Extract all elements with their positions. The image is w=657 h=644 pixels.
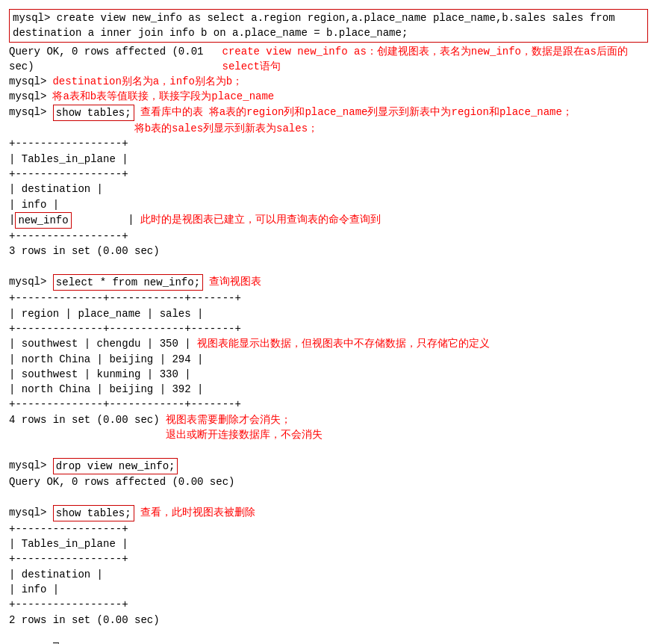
separator-1: +-----------------+: [9, 136, 648, 151]
annotation-select: 查询视图表: [209, 274, 261, 289]
rows-4: 4 rows in set (0.00 sec): [9, 412, 160, 427]
sep2-1: +-----------------+: [9, 521, 648, 536]
annotation-show: 查看库中的表: [140, 105, 203, 120]
drop-cmd[interactable]: drop view new_info;: [53, 458, 178, 474]
show-tables-prompt: mysql>: [9, 105, 46, 120]
annotation-create-4: 将a表的region列和place_name列显示到新表中为region和pla…: [209, 105, 573, 120]
annotation-drop-2: 退出或断开连接数据库，不会消失: [166, 427, 323, 442]
separator-2: +-----------------+: [9, 167, 648, 182]
query-ok-2-row: Query OK, 0 rows affected (0.00 sec): [9, 474, 648, 489]
row-destination: | destination |: [9, 182, 648, 196]
mysql-empty-1: mysql>: [9, 74, 46, 89]
sep2-2: +-----------------+: [9, 551, 648, 566]
annotation-new-info: 此时的是视图表已建立，可以用查询表的命令查询到: [140, 212, 381, 227]
header-select-row: | region | place_name | sales |: [9, 306, 648, 321]
annotation-create-4-row: mysql> show tables; 将b表的sales列显示到新表为sale…: [9, 121, 648, 136]
annotation-view: 视图表能显示出数据，但视图表中不存储数据，只存储它的定义: [197, 336, 490, 351]
query-ok-text-1: Query OK, 0 rows affected (0.01 sec): [9, 44, 217, 75]
annotation-show2: 查看，此时视图表被删除: [140, 505, 255, 520]
row-info: | info |: [9, 197, 648, 212]
annotation-create-2: destination别名为a，info别名为b；: [52, 74, 243, 89]
create-view-line1: mysql> create view new_info as select a.…: [13, 12, 615, 24]
row2-info: | info |: [9, 582, 648, 597]
header-tables-row: | Tables_in_plane |: [9, 152, 648, 167]
annotation-create-3: 将a表和b表等值联接，联接字段为place_name: [52, 89, 274, 104]
create-view-line2: destination a inner join info b on a.pla…: [13, 27, 408, 39]
row-s2: | north China | beijing | 294 |: [9, 352, 648, 367]
show2-cmd[interactable]: show tables;: [53, 505, 134, 521]
row-s3: | southwest | kunming | 330 |: [9, 367, 648, 382]
select-cmd[interactable]: select * from new_info;: [53, 274, 203, 291]
rows-3: 3 rows in set (0.00 sec): [9, 244, 648, 258]
separator-3: +-----------------+: [9, 229, 648, 244]
annotation-drop-2-row: 4 rows in set (0.00 sec) 退出或断开连接数据库，不会消失: [9, 427, 648, 442]
query-ok-2: Query OK, 0 rows affected (0.00 sec): [9, 476, 234, 488]
show2-row: mysql> show tables; 查看，此时视图表被删除: [9, 505, 648, 521]
create-view-command-box: mysql> create view new_info as select a.…: [9, 9, 648, 43]
annotation-create-1: create view new_info as：创建视图表，表名为new_inf…: [222, 44, 648, 75]
sep-select-1: +--------------+------------+-------+: [9, 291, 648, 306]
sep-select-3: +--------------+------------+-------+: [9, 397, 648, 412]
rows-4-row: 4 rows in set (0.00 sec) 视图表需要删除才会消失；: [9, 412, 648, 427]
sep-select-2: +--------------+------------+-------+: [9, 321, 648, 336]
annotation-create-5: 将b表的sales列显示到新表为sales；: [134, 121, 318, 136]
select-prompt: mysql>: [9, 274, 46, 289]
select-row: mysql> select * from new_info; 查询视图表: [9, 274, 648, 291]
drop-view-row: mysql> drop view new_info;: [9, 458, 648, 474]
drop-prompt: mysql>: [9, 458, 46, 473]
rows-2: 2 rows in set (0.00 sec): [9, 613, 648, 628]
show-tables-row: mysql> show tables; 查看库中的表 将a表的region列和p…: [9, 105, 648, 121]
mysql-empty-2-row: mysql> 将a表和b表等值联接，联接字段为place_name: [9, 89, 648, 104]
query-ok-row-1: Query OK, 0 rows affected (0.01 sec) cre…: [9, 44, 648, 75]
show-tables-cmd[interactable]: show tables;: [53, 105, 134, 121]
row-s4: | north China | beijing | 392 |: [9, 382, 648, 397]
sep2-3: +-----------------+: [9, 597, 648, 612]
new-info-row: | new_info | 此时的是视图表已建立，可以用查询表的命令查询到: [9, 212, 648, 229]
mysql-empty-2: mysql>: [9, 89, 46, 104]
new-info-label: new_info: [15, 212, 71, 229]
show2-prompt: mysql>: [9, 505, 46, 520]
row2-destination: | destination |: [9, 567, 648, 582]
row-s1: | southwest | chengdu | 350 | 视图表能显示出数据，…: [9, 336, 648, 351]
header2-row: | Tables_in_plane |: [9, 536, 648, 551]
terminal: mysql> create view new_info as select a.…: [6, 6, 651, 644]
mysql-empty-1-row: mysql> destination别名为a，info别名为b；: [9, 74, 648, 89]
annotation-drop-1: 视图表需要删除才会消失；: [166, 412, 291, 427]
